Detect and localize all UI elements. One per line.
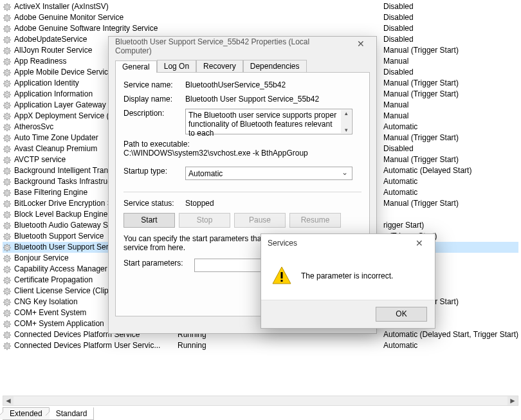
- dialog-tabstrip: General Log On Recovery Dependencies: [115, 59, 370, 73]
- service-name: Application Identity: [14, 78, 79, 89]
- start-button[interactable]: Start: [123, 213, 175, 228]
- gear-icon: [3, 24, 12, 33]
- service-row[interactable]: ActiveX Installer (AxInstSV)Disabled: [3, 1, 518, 12]
- service-startup: Disabled: [383, 67, 518, 78]
- service-name: AVCTP service: [14, 154, 66, 165]
- gear-icon: [3, 123, 12, 132]
- tab-recovery[interactable]: Recovery: [196, 60, 243, 72]
- service-name: COM+ Event System: [14, 307, 86, 318]
- gear-icon: [3, 35, 12, 44]
- gear-icon: [3, 134, 12, 143]
- gear-icon: [3, 342, 12, 351]
- service-startup: Disabled: [383, 34, 518, 45]
- gear-icon: [3, 112, 12, 121]
- service-startup: Disabled: [383, 1, 518, 12]
- service-name: App Readiness: [14, 56, 66, 67]
- gear-icon: [3, 320, 12, 329]
- service-startup: Automatic: [383, 187, 518, 198]
- service-startup: Manual: [383, 111, 518, 122]
- gear-icon: [3, 188, 12, 197]
- description-textbox[interactable]: The Bluetooth user service supports prop…: [185, 109, 352, 134]
- service-status: Running: [178, 340, 383, 351]
- msgbox-message: The parameter is incorrect.: [301, 271, 393, 280]
- gear-icon: [3, 178, 12, 187]
- service-startup: Automatic (Delayed Start, Trigger Start): [383, 329, 518, 340]
- service-startup: Disabled: [383, 143, 518, 154]
- service-startup: rigger Start): [383, 220, 518, 231]
- horizontal-scrollbar[interactable]: ◄ ►: [3, 396, 518, 406]
- scroll-left-button[interactable]: ◄: [3, 396, 14, 405]
- scroll-right-button[interactable]: ►: [507, 396, 518, 405]
- gear-icon: [3, 276, 12, 285]
- service-startup: Manual: [383, 56, 518, 67]
- service-name: Base Filtering Engine: [14, 187, 87, 198]
- gear-icon: [3, 287, 12, 296]
- error-message-box: Services ✕ The parameter is incorrect. O…: [260, 233, 435, 329]
- gear-icon: [3, 254, 12, 263]
- gear-icon: [3, 3, 12, 12]
- gear-icon: [3, 79, 12, 88]
- service-startup: Manual (Trigger Start): [383, 89, 518, 100]
- service-name: Apple Mobile Device Service: [14, 67, 113, 78]
- dialog-close-button[interactable]: ✕: [348, 39, 374, 54]
- gear-icon: [3, 265, 12, 274]
- service-name: Bluetooth Support Service: [14, 231, 104, 242]
- service-name: ActiveX Installer (AxInstSV): [14, 1, 109, 12]
- label-display-name: Display name:: [123, 95, 185, 104]
- service-startup: Manual (Trigger Start): [383, 198, 518, 209]
- gear-icon: [3, 101, 12, 110]
- gear-icon: [3, 199, 12, 208]
- tab-general[interactable]: General: [115, 60, 157, 73]
- service-name: Auto Time Zone Updater: [14, 132, 98, 143]
- service-name: AdobeUpdateService: [14, 34, 87, 45]
- label-startup-type: Startup type:: [123, 167, 185, 176]
- label-description: Description:: [123, 109, 185, 118]
- dialog-title: Bluetooth User Support Service_55b42 Pro…: [115, 37, 348, 55]
- service-startup: Disabled: [383, 12, 518, 23]
- tab-logon[interactable]: Log On: [157, 60, 196, 72]
- tab-dependencies[interactable]: Dependencies: [243, 60, 307, 72]
- service-name: Adobe Genuine Monitor Service: [14, 12, 123, 23]
- msgbox-close-button[interactable]: ✕: [407, 238, 432, 248]
- gear-icon: [3, 46, 12, 55]
- service-startup: Automatic: [383, 122, 518, 132]
- value-service-name: BluetoothUserService_55b42: [185, 80, 361, 89]
- service-name: Adobe Genuine Software Integrity Service: [14, 23, 158, 34]
- gear-icon: [3, 221, 12, 230]
- label-path: Path to executable:: [123, 140, 361, 149]
- gear-icon: [3, 298, 12, 307]
- gear-icon: [3, 243, 12, 252]
- service-name: COM+ System Application: [14, 318, 104, 329]
- gear-icon: [3, 156, 12, 165]
- service-row[interactable]: Adobe Genuine Monitor ServiceDisabled: [3, 12, 518, 23]
- value-startup-type: Automatic: [188, 169, 223, 178]
- stop-button: Stop: [179, 213, 230, 228]
- resume-button: Resume: [289, 213, 341, 228]
- gear-icon: [3, 14, 12, 23]
- service-row[interactable]: Connected Devices Platform User Servic..…: [3, 340, 518, 351]
- gear-icon: [3, 90, 12, 99]
- gear-icon: [3, 331, 12, 340]
- service-startup: Automatic: [383, 176, 518, 187]
- service-startup: Manual (Trigger Start): [383, 45, 518, 56]
- divider: [123, 192, 361, 192]
- label-service-status: Service status:: [123, 199, 185, 208]
- service-row[interactable]: Adobe Genuine Software Integrity Service…: [3, 23, 518, 34]
- service-startup: Manual: [383, 100, 518, 111]
- label-service-name: Service name:: [123, 80, 185, 89]
- msgbox-title: Services: [268, 239, 407, 248]
- value-path: C:\WINDOWS\system32\svchost.exe -k BthAp…: [123, 149, 361, 158]
- service-startup: Manual (Trigger Start): [383, 154, 518, 165]
- service-name: Bonjour Service: [14, 253, 69, 264]
- tab-standard[interactable]: Standard: [49, 407, 95, 420]
- tab-extended[interactable]: Extended: [3, 407, 50, 420]
- service-startup: Manual (Trigger Start): [383, 78, 518, 89]
- service-name: AllJoyn Router Service: [14, 45, 92, 56]
- msgbox-ok-button[interactable]: OK: [376, 307, 427, 322]
- service-startup: Manual (Trigger Start): [383, 132, 518, 143]
- startup-type-select[interactable]: Automatic: [185, 167, 352, 180]
- pause-button: Pause: [234, 213, 286, 228]
- description-scrollbar[interactable]: ▴▾: [341, 110, 351, 133]
- gear-icon: [3, 57, 12, 66]
- service-name: Certificate Propagation: [14, 275, 93, 286]
